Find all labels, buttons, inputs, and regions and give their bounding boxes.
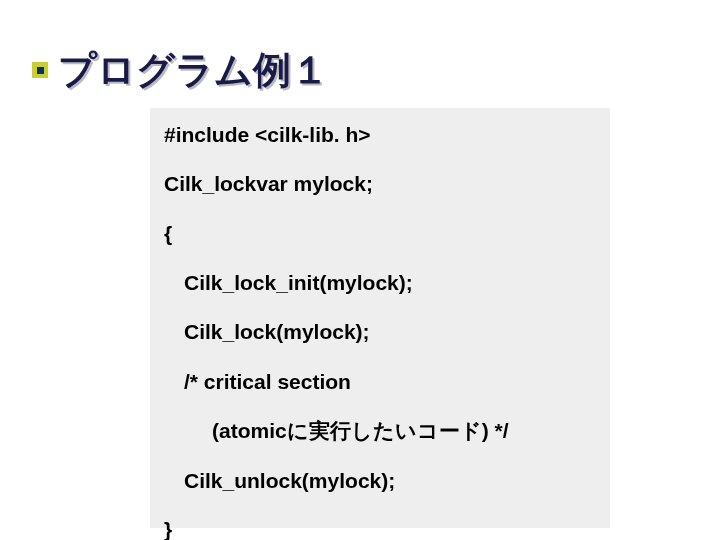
code-line-init: Cilk_lock_init(mylock); [164,268,596,297]
code-line-open-brace: { [164,219,596,248]
code-line-comment-2: (atomicに実行したいコード) */ [164,416,596,445]
code-line-include: #include <cilk-lib. h> [164,120,596,149]
code-line-lock: Cilk_lock(mylock); [164,317,596,346]
code-line-comment-1: /* critical section [164,367,596,396]
slide-title: プログラム例１ [58,50,720,92]
title-bullet-icon [32,62,48,78]
slide: プログラム例１ #include <cilk-lib. h> Cilk_lock… [0,0,720,540]
code-line-declare: Cilk_lockvar mylock; [164,169,596,198]
title-row: プログラム例１ [58,50,720,92]
code-block: #include <cilk-lib. h> Cilk_lockvar mylo… [150,108,610,528]
code-line-close-brace: } [164,515,596,540]
code-line-unlock: Cilk_unlock(mylock); [164,466,596,495]
